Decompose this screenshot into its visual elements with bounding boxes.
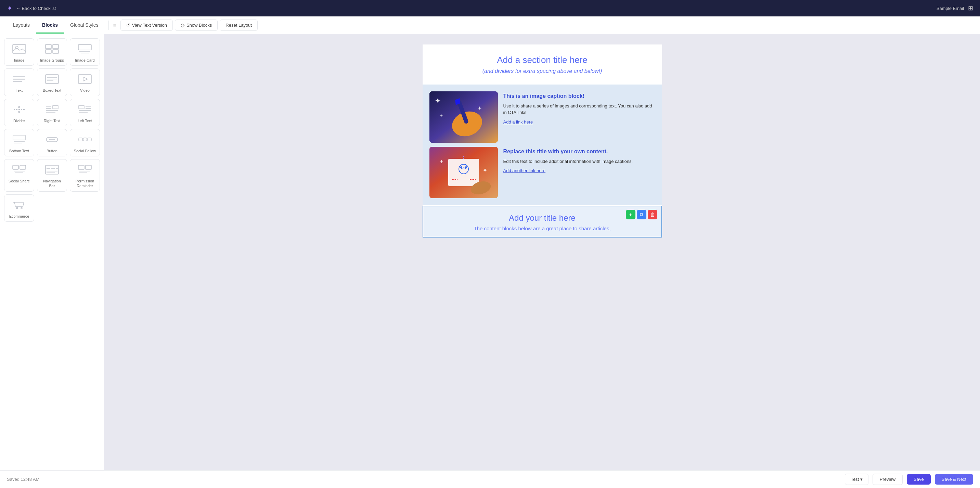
block-boxed-text[interactable]: Boxed Text	[37, 68, 67, 96]
block-ecommerce[interactable]: Ecommerce	[4, 194, 34, 222]
block-right-text-icon	[44, 103, 60, 116]
duplicate-block-button[interactable]: ⧉	[637, 210, 646, 219]
content-area: Add a section title here (and dividers f…	[104, 34, 980, 470]
back-to-checklist-link[interactable]: ← Back to Checklist	[16, 6, 56, 11]
block-bottom-text-label: Bottom Text	[9, 148, 29, 153]
selected-block-subtitle: The content blocks below are a great pla…	[437, 226, 648, 231]
delete-block-button[interactable]: 🗑	[648, 210, 657, 219]
caption-heading-2: Replace this title with your own content…	[503, 148, 655, 155]
block-bottom-text[interactable]: Bottom Text	[4, 129, 34, 156]
block-right-text[interactable]: Right Text	[37, 99, 67, 126]
block-navigation-bar[interactable]: Navigation Bar	[37, 159, 67, 192]
svg-point-55	[21, 207, 22, 209]
block-image-groups[interactable]: Image Groups	[37, 38, 67, 66]
sidebar: Image Image Groups	[0, 34, 104, 470]
block-ecommerce-label: Ecommerce	[9, 214, 29, 219]
caption-body-2: Edit this text to include additional inf…	[503, 158, 655, 165]
tab-blocks[interactable]: Blocks	[36, 17, 64, 33]
svg-rect-37	[79, 138, 83, 141]
caption-image-2: + ✦	[430, 147, 498, 198]
block-permission-reminder[interactable]: Permission Reminder	[70, 159, 100, 192]
block-video[interactable]: Video	[70, 68, 100, 96]
preview-button[interactable]: Preview	[873, 474, 903, 485]
block-left-text-icon	[76, 103, 93, 116]
block-image-card[interactable]: Image Card	[70, 38, 100, 66]
svg-point-54	[16, 207, 18, 209]
view-text-version-button[interactable]: ↺ View Text Version	[121, 19, 173, 31]
reset-layout-button[interactable]: Reset Layout	[220, 19, 258, 31]
svg-text:✦: ✦	[440, 113, 443, 118]
caption-text-1: This is an image caption block! Use it t…	[503, 91, 655, 143]
section-title-block[interactable]: Add a section title here (and dividers f…	[423, 45, 662, 84]
caption-link-2[interactable]: Add another link here	[503, 168, 546, 173]
selected-block[interactable]: + ⧉ 🗑 Add your title here The content bl…	[423, 206, 662, 237]
email-canvas: Add a section title here (and dividers f…	[423, 45, 662, 237]
svg-rect-32	[13, 135, 25, 140]
block-social-share-icon	[11, 164, 27, 176]
block-image-card-label: Image Card	[75, 58, 94, 63]
block-right-text-label: Right Text	[44, 118, 60, 123]
svg-text:✦: ✦	[477, 105, 482, 111]
save-and-next-button[interactable]: Save & Next	[935, 474, 973, 485]
block-button[interactable]: Button	[37, 129, 67, 156]
block-image-groups-icon	[44, 43, 60, 55]
block-divider-label: Divider	[13, 118, 25, 123]
image-caption-block-1[interactable]: ✦ ✦ ✦ This is an image caption block! Us…	[430, 91, 655, 143]
svg-point-21	[19, 111, 20, 113]
block-button-icon	[44, 134, 60, 146]
svg-rect-27	[79, 105, 84, 109]
preview-icon[interactable]: ⊞	[968, 5, 973, 12]
save-button[interactable]: Save	[907, 474, 931, 485]
block-video-icon	[76, 73, 93, 85]
tab-layouts[interactable]: Layouts	[7, 17, 36, 33]
block-button-label: Button	[46, 148, 57, 153]
toolbar-actions: ↺ View Text Version ◎ Show Blocks Reset …	[121, 19, 258, 31]
caption-heading-1: This is an image caption block!	[503, 93, 655, 100]
block-permission-reminder-label: Permission Reminder	[73, 179, 97, 189]
nav-left: ✦ ← Back to Checklist	[7, 4, 56, 12]
bottom-bar: Saved 12:48 AM Test ▾ Preview Save Save …	[0, 470, 980, 488]
caption-image-1: ✦ ✦ ✦	[430, 91, 498, 143]
svg-rect-38	[83, 138, 87, 141]
block-image-icon	[11, 43, 27, 55]
section-subtitle: (and dividers for extra spacing above an…	[436, 68, 648, 74]
block-text[interactable]: Text	[4, 68, 34, 96]
saved-timestamp: Saved 12:48 AM	[7, 477, 39, 482]
svg-rect-51	[86, 165, 91, 169]
block-social-share[interactable]: Social Share	[4, 159, 34, 192]
svg-rect-40	[13, 165, 19, 169]
caption-body-1: Use it to share a series of images and c…	[503, 103, 655, 116]
block-navigation-bar-icon	[44, 164, 60, 176]
svg-text:+: +	[440, 159, 444, 165]
block-text-icon	[11, 73, 27, 85]
tab-global-styles[interactable]: Global Styles	[64, 17, 104, 33]
test-button[interactable]: Test ▾	[845, 474, 868, 485]
svg-point-68	[465, 166, 467, 168]
toolbar-tabs: Layouts Blocks Global Styles	[7, 17, 104, 33]
caption-link-1[interactable]: Add a link here	[503, 119, 533, 124]
image-caption-block-2[interactable]: + ✦ Replace this title with your own con…	[430, 147, 655, 198]
svg-rect-65	[448, 159, 479, 186]
block-video-label: Video	[80, 88, 90, 93]
block-left-text[interactable]: Left Text	[70, 99, 100, 126]
block-image-card-icon	[76, 43, 93, 55]
svg-rect-4	[46, 49, 51, 53]
main-layout: Image Image Groups	[0, 34, 980, 470]
svg-rect-5	[53, 49, 59, 53]
show-blocks-button[interactable]: ◎ Show Blocks	[175, 19, 218, 31]
block-social-follow-label: Social Follow	[74, 148, 96, 153]
block-divider[interactable]: Divider	[4, 99, 34, 126]
svg-text:✦: ✦	[482, 167, 488, 174]
svg-rect-17	[78, 75, 91, 84]
block-boxed-text-label: Boxed Text	[43, 88, 61, 93]
block-social-share-label: Social Share	[8, 179, 30, 183]
svg-rect-41	[20, 165, 25, 169]
section-title: Add a section title here	[436, 55, 648, 65]
svg-rect-3	[53, 45, 59, 49]
hamburger-icon[interactable]: ≡	[113, 22, 116, 29]
add-block-button[interactable]: +	[626, 210, 635, 219]
top-nav: ✦ ← Back to Checklist Sample Email ⊞	[0, 0, 980, 16]
block-image[interactable]: Image	[4, 38, 34, 66]
block-social-follow[interactable]: Social Follow	[70, 129, 100, 156]
svg-point-67	[460, 166, 462, 168]
